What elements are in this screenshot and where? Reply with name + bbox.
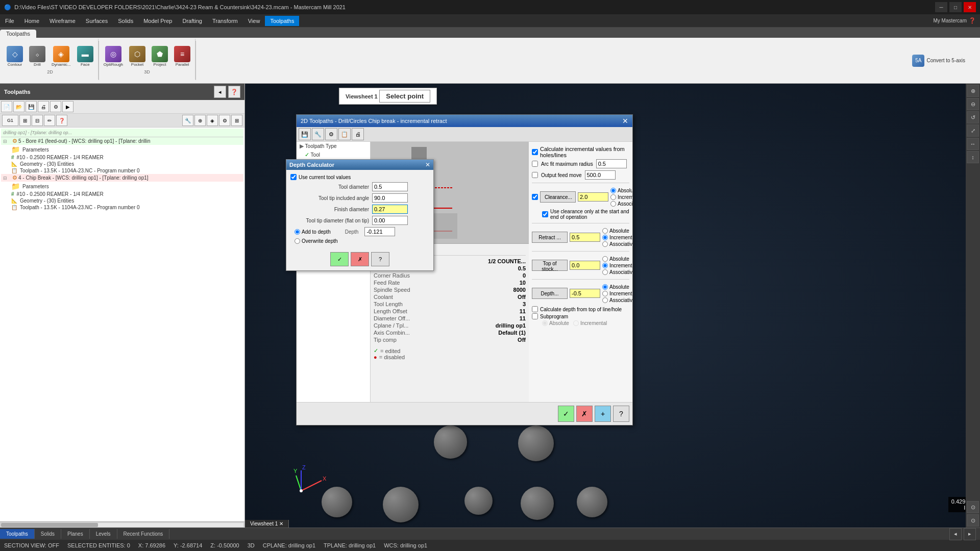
- subprogram-checkbox[interactable]: Subprogram: [532, 313, 629, 319]
- tree-toolpath-type[interactable]: ▶ Toolpath Type: [297, 142, 370, 151]
- panel-minimize-button[interactable]: ◂: [214, 86, 226, 98]
- depth-incremental-radio[interactable]: [602, 291, 608, 296]
- rt-btn-2[interactable]: ⊖: [967, 98, 979, 110]
- depth-calc-help-button[interactable]: ?: [371, 252, 389, 266]
- tree-item-bore-geometry[interactable]: 📐 Geometry - (30) Entities: [1, 161, 243, 167]
- view-button5[interactable]: ⊞: [231, 115, 242, 126]
- help-icon[interactable]: ❓: [969, 17, 976, 24]
- depth-calc-ok-button[interactable]: ✓: [330, 252, 349, 266]
- rt-btn-5[interactable]: ↔: [967, 138, 979, 150]
- top-stock-absolute-radio[interactable]: [602, 256, 608, 262]
- view-button1[interactable]: 🔧: [182, 115, 193, 126]
- top-of-stock-input[interactable]: [570, 261, 600, 270]
- drill-button[interactable]: ⬦ Drill: [27, 44, 48, 68]
- td-print-button[interactable]: 🖨: [352, 128, 364, 140]
- dynamic-button[interactable]: ◈ Dynamic...: [49, 44, 74, 68]
- viewport[interactable]: Viewsheet 1 Select point ✕ ✕: [245, 84, 980, 528]
- top-of-stock-button[interactable]: Top of stock...: [532, 260, 568, 271]
- clearance-incremental-radio[interactable]: [610, 194, 616, 200]
- depth-result-input[interactable]: [364, 227, 395, 236]
- tool-diameter-input[interactable]: [372, 182, 408, 191]
- top-stock-associative-radio[interactable]: [602, 269, 608, 275]
- tree-item-bore-tool[interactable]: # #10 - 0.2500 REAMER - 1/4 REAMER: [1, 154, 243, 161]
- contour-button[interactable]: ◇ Contour: [4, 44, 26, 68]
- menu-toolpaths[interactable]: Toolpaths: [265, 16, 299, 26]
- deselect-button[interactable]: ⊟: [32, 115, 43, 126]
- menu-model-prep[interactable]: Model Prep: [138, 16, 177, 26]
- tree-item-bore[interactable]: ⊟ ⚙ 5 - Bore #1 (feed-out) - [WCS: drill…: [1, 137, 243, 145]
- tree-item-chipbreak-tool[interactable]: # #10 - 0.2500 REAMER - 1/4 REAMER: [1, 191, 243, 197]
- face-button[interactable]: ▬ Face: [75, 44, 96, 68]
- td-settings-button[interactable]: ⚙: [325, 128, 337, 140]
- dialog-help-button[interactable]: ?: [613, 406, 629, 422]
- view-button3[interactable]: ◈: [207, 115, 218, 126]
- menu-view[interactable]: View: [243, 16, 265, 26]
- rt-btn-1[interactable]: ⊕: [967, 85, 979, 97]
- close-button[interactable]: ✕: [964, 2, 976, 12]
- menu-transform[interactable]: Transform: [207, 16, 243, 26]
- dialog-ok-button[interactable]: ✓: [558, 406, 574, 422]
- use-current-tool-input[interactable]: [290, 174, 297, 180]
- clearance-enabled-checkbox[interactable]: [532, 194, 538, 200]
- toolbar-arrow-button[interactable]: ▶: [62, 101, 74, 112]
- tree-item-bore-toolpath[interactable]: 📋 Toolpath - 13.5K - 1104A-23.NC - Progr…: [1, 167, 243, 174]
- toolbar-print-button[interactable]: 🖨: [38, 101, 49, 112]
- tool-tip-angle-input[interactable]: [372, 193, 408, 203]
- tab-recent-functions[interactable]: Recent Functions: [117, 529, 170, 539]
- top-stock-incremental-radio[interactable]: [602, 263, 608, 268]
- toolbar-new-button[interactable]: 📄: [1, 101, 12, 112]
- tab-toolpaths[interactable]: Toolpaths: [0, 529, 35, 539]
- dialog-add-button[interactable]: +: [595, 406, 611, 422]
- rt-btn-4[interactable]: ⤢: [967, 124, 979, 137]
- output-feed-checkbox[interactable]: [532, 172, 538, 178]
- project-button[interactable]: ⬟ Project: [149, 44, 170, 68]
- use-clearance-input[interactable]: [542, 211, 548, 217]
- subprogram-input[interactable]: [532, 313, 538, 319]
- retract-absolute-radio[interactable]: [602, 228, 608, 234]
- arc-fit-checkbox[interactable]: [532, 161, 538, 167]
- menu-solids[interactable]: Solids: [113, 16, 138, 26]
- select-all-button[interactable]: ⊞: [19, 115, 31, 126]
- edit-button[interactable]: ✏: [44, 115, 55, 126]
- tree-item-chipbreak-toolpath[interactable]: 📋 Toolpath - 13.5K - 1104A-23.NC - Progr…: [1, 204, 243, 211]
- menu-drafting[interactable]: Drafting: [177, 16, 207, 26]
- menu-home[interactable]: Home: [19, 16, 44, 26]
- rt-btn-6[interactable]: ↕: [967, 151, 979, 163]
- convert-to-5axis-button[interactable]: 5A Convert to 5-axis: [910, 53, 968, 68]
- retract-button[interactable]: Retract ...: [532, 232, 568, 243]
- depth-calc-close-button[interactable]: ✕: [425, 161, 430, 168]
- depth-associative-radio[interactable]: [602, 297, 608, 303]
- calc-from-top-checkbox[interactable]: Calculate depth from top of line/hole: [532, 306, 629, 312]
- finish-diameter-input[interactable]: [372, 205, 408, 214]
- tree-tool[interactable]: ✓ Tool: [297, 151, 370, 159]
- panel-collapse-btn[interactable]: ▸: [964, 528, 976, 540]
- menu-wireframe[interactable]: Wireframe: [44, 16, 81, 26]
- panel-help-button[interactable]: ❓: [228, 86, 240, 98]
- toolbar-open-button[interactable]: 📂: [13, 101, 24, 112]
- g1-button[interactable]: G1: [2, 115, 18, 126]
- use-clearance-only-checkbox[interactable]: Use clearance only at the start and end …: [532, 209, 629, 220]
- tree-item-chipbreak-params[interactable]: 📁 Parameters: [1, 182, 243, 191]
- parallel-button[interactable]: ≡ Parallel: [172, 44, 193, 68]
- tree-item-bore-params[interactable]: 📁 Parameters: [1, 145, 243, 154]
- td-save-button[interactable]: 💾: [299, 128, 311, 140]
- clearance-button[interactable]: Clearance...: [540, 191, 576, 203]
- toolbar-save-button[interactable]: 💾: [26, 101, 37, 112]
- menu-file[interactable]: File: [0, 16, 19, 26]
- viewsheet-tab[interactable]: Viewsheet 1 ✕: [245, 520, 289, 528]
- menu-surfaces[interactable]: Surfaces: [81, 16, 113, 26]
- calc-incremental-input[interactable]: [532, 149, 538, 155]
- tool-tip-flat-input[interactable]: [372, 216, 408, 225]
- calc-incremental-checkbox[interactable]: Calculate incremental values from holes/…: [532, 146, 629, 158]
- help2-button[interactable]: ❓: [56, 115, 67, 126]
- td-clipboard-button[interactable]: 📋: [338, 128, 351, 140]
- td-tool-button[interactable]: 🔧: [312, 128, 324, 140]
- rt-btn-7[interactable]: ⊙: [967, 501, 979, 513]
- add-to-depth-radio[interactable]: [295, 229, 300, 235]
- optirough-button[interactable]: ◎ OptiRough: [101, 44, 126, 68]
- view-button4[interactable]: ⚙: [219, 115, 230, 126]
- clearance-associative-radio[interactable]: [610, 201, 616, 207]
- depth-button[interactable]: Depth...: [532, 288, 568, 299]
- retract-incremental-radio[interactable]: [602, 235, 608, 240]
- panel-expand-btn[interactable]: ◂: [949, 528, 962, 540]
